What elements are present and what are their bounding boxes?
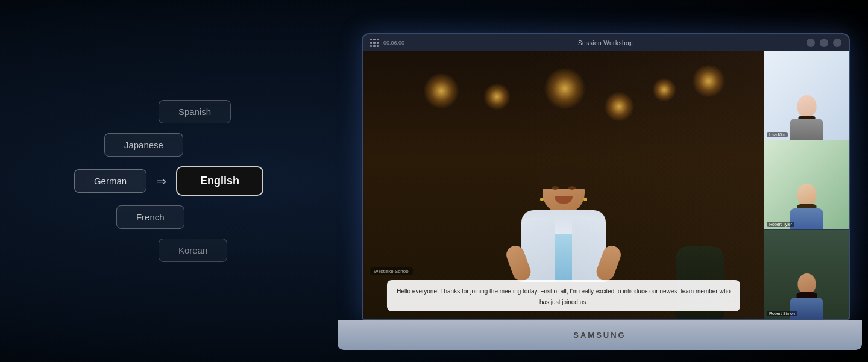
light-orb-6 [692,64,725,98]
participant-thumb-1: Robert Tyler [764,140,849,229]
brand-logo: SAMSUNG [573,331,626,340]
participant-name-2: Robert Simon [767,311,797,316]
call-timer: 00:06:00 [383,40,404,46]
earring-left [540,198,544,201]
language-list: Spanish Japanese German ⇒ English French [74,100,263,262]
spanish-button[interactable]: Spanish [159,100,231,123]
topbar-controls [807,39,841,47]
participant-thumb-0: Lisa Kim [764,51,849,140]
light-orb-2 [483,83,511,110]
subtitle-bar: Hello everyone! Thanks for joining the m… [387,280,740,311]
eye-right [568,186,576,190]
arrow-icon: ⇒ [156,174,166,189]
eye-left [552,186,559,190]
participant-name-1: Robert Tyler [767,222,794,227]
language-panel: Spanish Japanese German ⇒ English French [0,0,338,362]
chat-icon[interactable] [820,39,828,47]
french-btn-wrapper: French [98,205,184,229]
korean-btn-wrapper: Korean [122,239,227,262]
laptop-base: SAMSUNG [338,320,862,350]
video-content: Westlake School Hello everyone! Thanks f… [363,51,849,319]
grid-icon [370,39,379,47]
light-orb-1 [423,73,459,109]
english-button[interactable]: English [176,166,263,196]
topbar-left: 00:06:00 [370,39,404,47]
presenter-figure [521,168,606,282]
laptop: 00:06:00 Session Workshop [326,0,868,362]
speaker-label: Westlake School [370,267,413,275]
japanese-button[interactable]: Japanese [104,133,183,157]
participant-person-1 [790,184,823,229]
laptop-screen: 00:06:00 Session Workshop [362,33,850,320]
participant-person-0 [790,95,823,140]
subtitle-text: Hello everyone! Thanks for joining the m… [397,288,730,305]
light-orb-3 [544,67,586,110]
participant-name-0: Lisa Kim [767,132,788,137]
pres-hair [541,165,587,189]
smile [555,196,573,204]
japanese-btn-wrapper: Japanese [92,133,183,157]
spanish-btn-wrapper: Spanish [122,100,231,123]
video-topbar: 00:06:00 Session Workshop [363,34,849,51]
participants-panel: Lisa Kim Robert Tyler [764,51,849,319]
participant-thumb-2: Robert Simon [764,230,849,319]
video-call-ui: 00:06:00 Session Workshop [363,34,849,319]
french-button[interactable]: French [116,205,184,229]
korean-button[interactable]: Korean [159,239,227,262]
light-orb-4 [604,92,634,122]
main-video-area: Westlake School Hello everyone! Thanks f… [363,51,764,319]
more-icon[interactable] [833,39,841,47]
pres-head [542,168,585,213]
call-title: Session Workshop [578,40,633,46]
participants-icon[interactable] [807,39,815,47]
earring-right [583,198,587,201]
pres-body [521,210,606,282]
active-translation-row: German ⇒ English [74,166,263,196]
german-button[interactable]: German [74,169,146,193]
light-orb-5 [652,78,676,102]
